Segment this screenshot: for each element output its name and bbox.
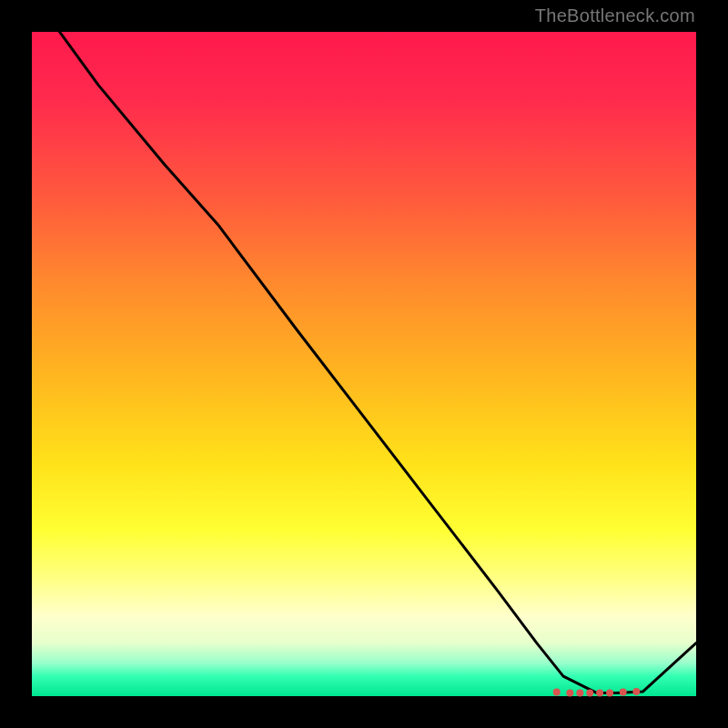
chart-overlay [32, 32, 696, 696]
marker-dot [632, 688, 640, 695]
marker-dot [606, 689, 613, 696]
watermark-text: TheBottleneck.com [535, 5, 695, 26]
marker-dot [576, 689, 583, 696]
marker-dot [596, 689, 603, 696]
curve-path [46, 12, 696, 693]
line-series [46, 12, 696, 693]
marker-dot [566, 689, 573, 696]
marker-dot [620, 689, 627, 696]
chart-frame: TheBottleneck.com [0, 0, 728, 728]
marker-dot [586, 689, 593, 696]
marker-dot [553, 689, 561, 696]
